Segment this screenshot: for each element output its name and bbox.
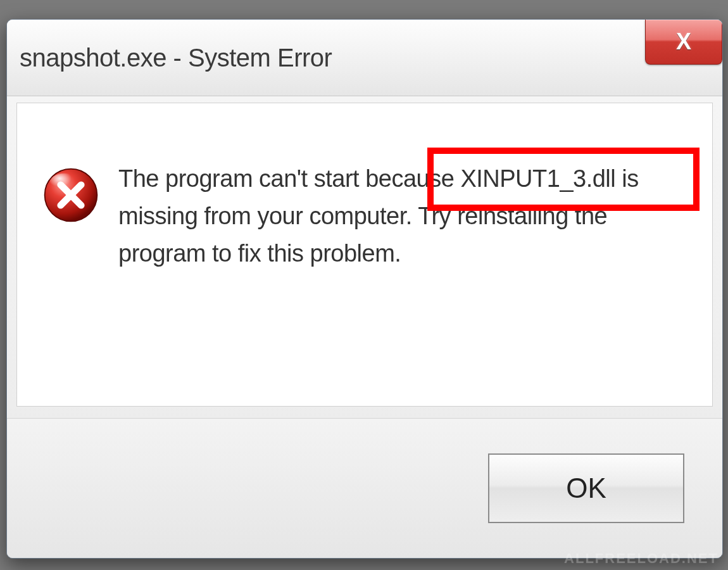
error-x-icon [42,167,99,224]
close-icon: X [676,28,691,55]
system-error-dialog: snapshot.exe - System Error X [6,19,723,559]
dialog-title: snapshot.exe - System Error [20,44,332,72]
ok-button[interactable]: OK [488,453,684,523]
titlebar[interactable]: snapshot.exe - System Error X [7,20,722,96]
dialog-button-area: OK [7,418,722,558]
close-button[interactable]: X [645,20,722,65]
annotation-highlight [427,148,700,211]
dialog-body: The program can't start because XINPUT1_… [16,103,713,407]
error-message: The program can't start because XINPUT1_… [118,160,687,272]
